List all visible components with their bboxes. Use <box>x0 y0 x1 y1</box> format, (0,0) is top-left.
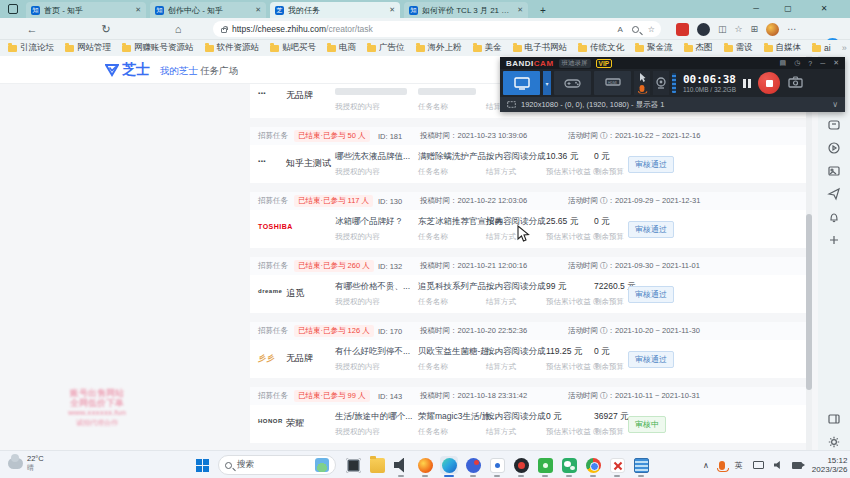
sidebar-panel-icon[interactable] <box>827 412 841 426</box>
nav-my-zhishi[interactable]: 我的芝士 <box>160 65 198 78</box>
task-view-button[interactable] <box>344 456 362 474</box>
edge-icon[interactable] <box>440 456 458 474</box>
browser-tab[interactable]: 知 创作中心 - 知乎 ✕ <box>150 2 266 18</box>
split-screen-icon[interactable]: ◫ <box>718 24 727 34</box>
help-icon[interactable]: ? <box>808 60 812 67</box>
extension-red-icon[interactable] <box>676 23 689 36</box>
tab-close-icon[interactable]: ✕ <box>255 6 261 14</box>
bookmark-folder[interactable]: 电子书网站 <box>513 42 568 54</box>
bookmark-folder[interactable]: ai <box>812 43 831 53</box>
audit-status-button[interactable]: 审核中 <box>628 416 666 433</box>
pause-button[interactable] <box>743 79 751 88</box>
image-icon[interactable] <box>827 164 841 178</box>
weather-widget[interactable]: 22°C晴 <box>8 454 44 472</box>
zhishi-logo[interactable]: 芝士 <box>105 61 150 79</box>
address-bar[interactable]: https://cheese.zhihu.com/creator/task A … <box>213 21 661 37</box>
green-app-icon[interactable] <box>536 456 554 474</box>
webcam-toggle[interactable] <box>653 71 669 95</box>
authorized-content-link[interactable]: 有哪些价格不贵、... <box>335 281 410 293</box>
screen-recording-mode-button[interactable] <box>503 71 540 95</box>
window-minimize-button[interactable]: ─ <box>742 0 770 16</box>
refresh-button[interactable]: ↻ <box>98 21 114 37</box>
authorized-content-link[interactable]: 生活/旅途中的哪个... <box>335 411 412 423</box>
bookmark-folder[interactable]: 聚金流 <box>635 42 673 54</box>
cursor-effect-icon[interactable] <box>639 73 646 82</box>
bookmark-folder[interactable]: 自媒体 <box>764 42 802 54</box>
bandicam-close-icon[interactable]: ✕ <box>833 59 839 67</box>
bookmark-folder[interactable]: 传统文化 <box>578 42 624 54</box>
bookmark-folder[interactable]: 引流论坛 <box>8 42 54 54</box>
bookmark-folder[interactable]: 网赚账号资源站 <box>122 42 194 54</box>
tab-close-icon[interactable]: ✕ <box>135 6 141 14</box>
extension-avatar-icon[interactable] <box>766 23 779 36</box>
bell-icon[interactable] <box>827 210 841 224</box>
authorized-content-link[interactable]: 冰箱哪个品牌好？ <box>335 216 403 228</box>
b-app-icon[interactable] <box>488 456 506 474</box>
add-sidebar-icon[interactable] <box>827 233 841 247</box>
stop-recording-button[interactable] <box>758 72 780 94</box>
browser-tab[interactable]: 芝 我的任务 ✕ <box>270 2 400 18</box>
authorized-content-link[interactable]: 有什么好吃到停不... <box>335 346 410 358</box>
zoom-icon[interactable] <box>632 26 639 33</box>
cast-icon[interactable] <box>753 461 764 469</box>
chevron-down-icon[interactable]: ∨ <box>832 100 838 109</box>
audit-status-button[interactable]: 审核通过 <box>628 286 674 303</box>
audio-app-icon[interactable] <box>392 456 410 474</box>
favorites-bar-icon[interactable]: ☆ <box>735 24 743 34</box>
send-icon[interactable] <box>827 187 841 201</box>
page-scrollbar[interactable] <box>806 56 812 450</box>
recorder-tray-icon[interactable] <box>792 462 802 469</box>
volume-icon[interactable] <box>774 461 782 469</box>
taskbar-search[interactable]: 搜索 <box>218 455 336 475</box>
tray-expand-icon[interactable]: ∧ <box>703 461 709 470</box>
tab-actions-icon[interactable] <box>8 4 18 14</box>
collections-icon[interactable]: ⊞ <box>751 24 759 34</box>
nav-task-market[interactable]: 任务广场 <box>200 65 238 78</box>
tab-close-icon[interactable]: ✕ <box>517 6 523 14</box>
firefox-icon[interactable] <box>416 456 434 474</box>
media-play-icon[interactable] <box>827 141 841 155</box>
new-tab-button[interactable]: + <box>536 3 550 17</box>
copilot-icon[interactable] <box>827 118 841 132</box>
bookmark-folder[interactable]: 贴吧买号 <box>270 42 316 54</box>
chrome-icon[interactable] <box>584 456 602 474</box>
bookmark-folder[interactable]: 软件资源站 <box>205 42 260 54</box>
read-aloud-icon[interactable]: A <box>617 25 622 34</box>
bandicam-taskbar-icon[interactable] <box>512 456 530 474</box>
notepad-icon[interactable] <box>632 456 650 474</box>
back-button[interactable]: ← <box>24 21 40 37</box>
bookmark-folder[interactable]: 网站管理 <box>65 42 111 54</box>
browser-tab[interactable]: 知 如何评价 TCL 3 月 21 日发布的… ✕ <box>404 2 528 18</box>
screen-mode-dropdown-icon[interactable]: ▾ <box>543 71 551 95</box>
settings-gear-icon[interactable] <box>827 435 841 449</box>
extension-dark-icon[interactable] <box>697 23 710 36</box>
mic-icon[interactable] <box>640 85 645 92</box>
bookmark-folder[interactable]: 杰图 <box>684 42 713 54</box>
file-explorer-icon[interactable] <box>368 456 386 474</box>
audit-status-button[interactable]: 审核通过 <box>628 221 674 238</box>
game-recording-mode-button[interactable] <box>554 71 591 95</box>
bandicam-title-bar[interactable]: BANDICAM 班迪录屏 VIP ▤ ◷ ? ─ ✕ <box>500 57 845 69</box>
bookmark-folder[interactable]: 海外上粉 <box>416 42 462 54</box>
start-button[interactable] <box>193 456 211 474</box>
audit-status-button[interactable]: 审核通过 <box>628 351 674 368</box>
bookmarks-overflow-icon[interactable]: » <box>842 43 847 53</box>
bookmark-folder[interactable]: 需设 <box>724 42 753 54</box>
bookmark-folder[interactable]: 电商 <box>327 42 356 54</box>
schedule-icon[interactable]: ◷ <box>794 59 800 67</box>
clock[interactable]: 15:122023/3/26 <box>812 456 848 474</box>
window-maximize-button[interactable]: ▢ <box>774 0 802 16</box>
window-close-button[interactable]: ✕ <box>810 0 838 16</box>
more-menu-icon[interactable]: ⋯ <box>787 24 796 34</box>
audit-status-button[interactable]: 审核通过 <box>628 156 674 173</box>
bookmark-folder[interactable]: 广告位 <box>367 42 405 54</box>
input-language[interactable]: 英 <box>735 460 743 471</box>
bandicam-minimize-icon[interactable]: ─ <box>820 60 825 67</box>
output-folder-icon[interactable]: ▤ <box>780 59 787 67</box>
home-button[interactable]: ⌂ <box>170 21 186 37</box>
favorite-star-icon[interactable]: ☆ <box>648 25 655 34</box>
bookmark-folder[interactable]: 美金 <box>473 42 502 54</box>
screenshot-button[interactable] <box>788 74 803 92</box>
bandicam-status-bar[interactable]: 1920x1080 - (0, 0), (1920, 1080) - 显示器 1… <box>500 97 845 112</box>
xshell-icon[interactable] <box>608 456 626 474</box>
